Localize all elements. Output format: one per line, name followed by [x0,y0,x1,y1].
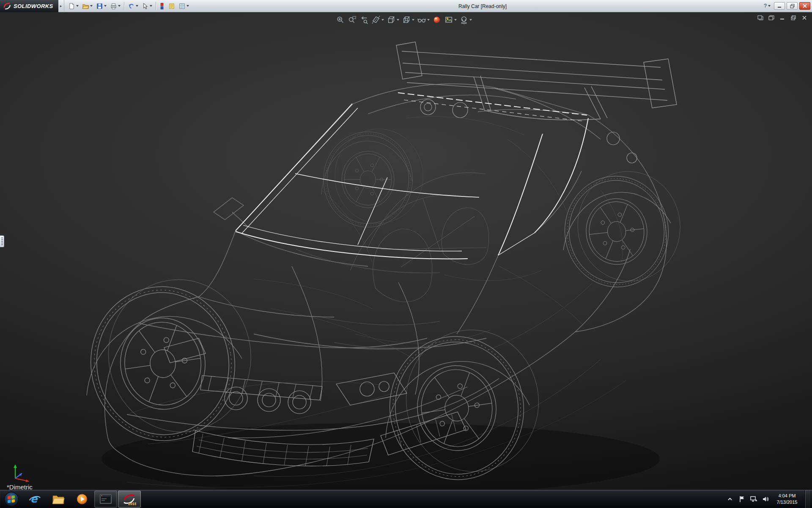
section-view-icon [371,15,381,25]
flag-icon [739,496,745,502]
previous-view-icon [359,15,369,25]
view-orientation-label: *Dimetric [7,483,33,489]
minimize-button[interactable] [774,2,785,10]
apply-scene-button[interactable] [443,14,458,25]
taskbar-clock[interactable]: 4:04 PM 7/13/2015 [774,493,801,505]
taskbar-internet-explorer[interactable]: e [23,491,46,508]
zoom-to-area-button[interactable] [347,14,358,25]
solidworks-logo-icon [3,2,11,10]
design-binder-button[interactable] [167,2,176,11]
restore-button[interactable] [787,2,798,10]
clock-time: 4:04 PM [779,493,796,499]
solidworks-menu-button[interactable]: SOLIDWORKS [0,0,58,12]
solidworks-badge-text: 2015 [128,502,136,505]
help-button[interactable]: ? [762,3,772,9]
design-binder-icon [168,3,175,10]
undo-button[interactable] [126,2,140,11]
orientation-triad[interactable] [9,460,34,483]
display-style-wireframe-icon [402,15,411,25]
toolbar-separator [156,2,156,10]
chevron-up-icon [727,497,732,501]
doc-close-button[interactable] [800,14,809,21]
rally-car-wireframe-model [0,12,812,489]
heads-up-view-toolbar [333,14,475,26]
windows-start-orb-icon [4,491,19,507]
taskbar: e [0,489,812,508]
menu-expand-arrow[interactable]: ▸ [58,0,64,12]
options-button[interactable] [177,2,190,11]
action-center-button[interactable] [738,494,746,504]
options-sheet-icon [178,3,186,10]
previous-view-button[interactable] [359,14,370,25]
title-bar: SOLIDWORKS ▸ [0,0,812,12]
toolbar-separator [124,2,124,10]
doc-close-icon [802,15,807,20]
window-controls: ? [762,0,812,12]
taskbar-media-player[interactable] [71,491,93,508]
doc-minimize-icon [780,15,785,20]
splitter-grip-dots [1,237,3,245]
doc-minimize-button[interactable] [778,14,787,21]
open-folder-icon [82,3,89,10]
svg-text:e: e [30,493,38,505]
close-button[interactable] [799,2,810,10]
zoom-to-fit-button[interactable] [335,14,346,25]
show-desktop-button[interactable] [805,490,810,508]
folder-icon [52,494,65,505]
print-button[interactable] [109,2,122,11]
internet-explorer-icon: e [28,493,41,505]
system-tray: 4:04 PM 7/13/2015 [726,490,812,508]
hide-show-items-button[interactable] [416,14,431,25]
new-window-icon [757,15,763,20]
help-caret-icon [768,5,771,7]
doc-restore-button[interactable] [789,14,798,21]
save-floppy-icon [96,3,103,10]
clock-date: 7/13/2015 [777,499,798,505]
appearance-ball-icon [432,15,442,25]
taskbar-solidworks-2015[interactable]: 2015 [118,491,141,508]
view-settings-button[interactable] [458,14,473,25]
featuremanager-splitter-handle[interactable] [0,235,4,247]
graphics-area[interactable]: *Dimetric [0,12,812,489]
volume-icon[interactable] [762,494,769,504]
eyeglasses-icon [417,15,426,25]
section-view-button[interactable] [370,14,385,25]
hidden-icons-button[interactable] [726,494,734,504]
media-player-icon [76,493,88,505]
view-settings-icon [459,15,469,25]
zoom-to-fit-icon [336,15,345,25]
help-label: ? [764,3,767,9]
open-button[interactable] [81,2,94,11]
network-status-icon[interactable] [750,494,757,504]
save-button[interactable] [95,2,108,11]
printer-icon [110,3,117,10]
new-document-icon [68,3,75,10]
solidworks-icon: 2015 [123,493,136,505]
new-document-button[interactable] [67,2,80,11]
display-style-button[interactable] [401,14,415,25]
xpress-products-icon [159,3,165,10]
cascade-windows-button[interactable] [767,14,776,21]
scene-icon [444,15,453,25]
select-button[interactable] [140,2,154,11]
minimize-icon [777,4,782,8]
xpress-products-button[interactable] [158,2,166,11]
doc-restore-icon [791,15,796,20]
app-window-icon [100,494,112,504]
network-icon [750,496,757,502]
undo-arrow-icon [128,3,135,10]
speaker-icon [762,496,769,502]
new-window-button[interactable] [756,14,765,21]
taskbar-windows-explorer[interactable] [47,491,70,508]
cursor-arrow-icon [142,3,149,10]
window-title: Rally Car [Read-only] [458,0,507,12]
start-button[interactable] [0,490,23,508]
edit-appearance-button[interactable] [431,14,442,25]
document-window-controls [756,14,809,21]
cascade-windows-icon [768,15,774,20]
view-orientation-button[interactable] [386,14,400,25]
standard-toolbar [64,0,193,12]
view-orientation-cube-icon [387,15,396,25]
zoom-to-area-icon [348,15,357,25]
taskbar-app-window[interactable] [94,491,117,508]
